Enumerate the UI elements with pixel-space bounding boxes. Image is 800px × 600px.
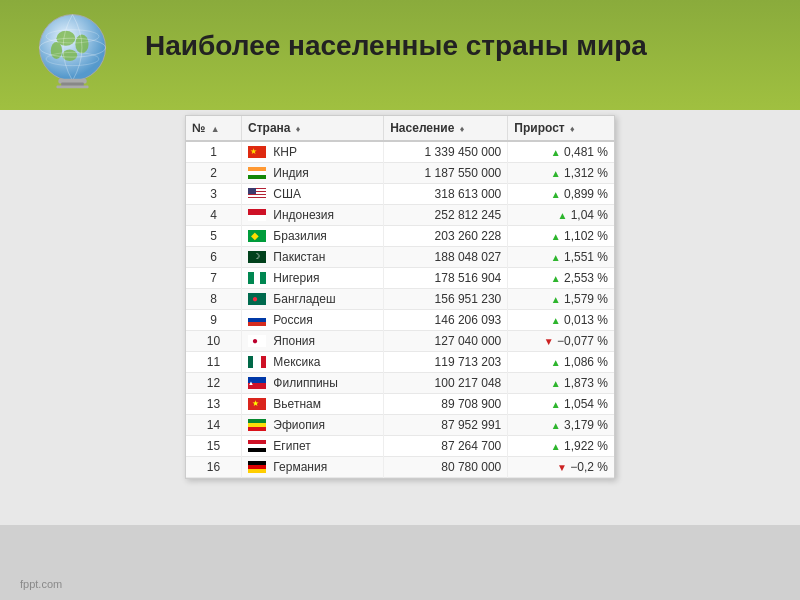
country-flag [248, 230, 266, 242]
country-name: Филиппины [273, 376, 337, 390]
table-row: 12 Филиппины 100 217 048 ▲ 1,873 % [186, 373, 614, 394]
row-population: 127 040 000 [384, 331, 508, 352]
country-flag [248, 272, 266, 284]
country-flag [248, 209, 266, 221]
page-title: Наиболее населенные страны мира [145, 30, 647, 62]
row-num: 8 [186, 289, 242, 310]
table-header-row: № ▲ Страна ♦ Население ♦ Прирост ♦ [186, 116, 614, 141]
row-country: Индонезия [242, 205, 384, 226]
table-row: 4 Индонезия 252 812 245 ▲ 1,04 % [186, 205, 614, 226]
row-num: 6 [186, 247, 242, 268]
country-name: Эфиопия [273, 418, 325, 432]
country-name: Бангладеш [273, 292, 335, 306]
row-num: 11 [186, 352, 242, 373]
row-num: 9 [186, 310, 242, 331]
row-growth: ▲ 0,013 % [508, 310, 614, 331]
country-flag [248, 293, 266, 305]
up-arrow-icon: ▲ [551, 294, 561, 305]
up-arrow-icon: ▲ [551, 252, 561, 263]
up-arrow-icon: ▲ [551, 420, 561, 431]
row-population: 146 206 093 [384, 310, 508, 331]
row-growth: ▲ 1,551 % [508, 247, 614, 268]
col-population: Население ♦ [384, 116, 508, 141]
table-row: 14 Эфиопия 87 952 991 ▲ 3,179 % [186, 415, 614, 436]
country-flag [248, 461, 266, 473]
row-country: Египет [242, 436, 384, 457]
row-country: Филиппины [242, 373, 384, 394]
row-country: Вьетнам [242, 394, 384, 415]
country-name: Мексика [273, 355, 320, 369]
row-growth: ▲ 2,553 % [508, 268, 614, 289]
row-num: 15 [186, 436, 242, 457]
row-population: 1 187 550 000 [384, 163, 508, 184]
table-row: 16 Германия 80 780 000 ▼ −0,2 % [186, 457, 614, 478]
row-population: 87 952 991 [384, 415, 508, 436]
country-name: Пакистан [273, 250, 325, 264]
up-arrow-icon: ▲ [551, 168, 561, 179]
svg-rect-10 [56, 85, 88, 88]
row-population: 252 812 245 [384, 205, 508, 226]
watermark: fppt.com [20, 578, 62, 590]
table-row: 5 Бразилия 203 260 228 ▲ 1,102 % [186, 226, 614, 247]
table-row: 2 Индия 1 187 550 000 ▲ 1,312 % [186, 163, 614, 184]
row-growth: ▲ 1,312 % [508, 163, 614, 184]
row-growth: ▲ 1,086 % [508, 352, 614, 373]
row-country: КНР [242, 141, 384, 163]
svg-point-0 [39, 15, 105, 81]
country-flag [248, 398, 266, 410]
row-num: 3 [186, 184, 242, 205]
table-container: № ▲ Страна ♦ Население ♦ Прирост ♦ 1 [185, 115, 615, 479]
row-growth: ▲ 1,054 % [508, 394, 614, 415]
up-arrow-icon: ▲ [551, 315, 561, 326]
row-population: 318 613 000 [384, 184, 508, 205]
up-arrow-icon: ▲ [551, 273, 561, 284]
row-growth: ▲ 0,899 % [508, 184, 614, 205]
country-flag [248, 440, 266, 452]
row-num: 16 [186, 457, 242, 478]
row-growth: ▲ 0,481 % [508, 141, 614, 163]
country-name: Египет [273, 439, 310, 453]
row-growth: ▲ 1,922 % [508, 436, 614, 457]
up-arrow-icon: ▲ [551, 378, 561, 389]
up-arrow-icon: ▲ [551, 399, 561, 410]
country-flag [248, 335, 266, 347]
row-growth: ▲ 1,102 % [508, 226, 614, 247]
country-name: Вьетнам [273, 397, 321, 411]
row-population: 119 713 203 [384, 352, 508, 373]
row-population: 156 951 230 [384, 289, 508, 310]
row-num: 12 [186, 373, 242, 394]
table-row: 1 КНР 1 339 450 000 ▲ 0,481 % [186, 141, 614, 163]
row-num: 13 [186, 394, 242, 415]
country-name: Россия [273, 313, 312, 327]
table-row: 6 Пакистан 188 048 027 ▲ 1,551 % [186, 247, 614, 268]
country-flag [248, 167, 266, 179]
row-growth: ▼ −0,2 % [508, 457, 614, 478]
row-growth: ▲ 3,179 % [508, 415, 614, 436]
row-country: Германия [242, 457, 384, 478]
country-name: США [273, 187, 301, 201]
population-table: № ▲ Страна ♦ Население ♦ Прирост ♦ 1 [186, 116, 614, 478]
country-flag [248, 419, 266, 431]
table-row: 15 Египет 87 264 700 ▲ 1,922 % [186, 436, 614, 457]
row-country: Эфиопия [242, 415, 384, 436]
col-num: № ▲ [186, 116, 242, 141]
row-growth: ▲ 1,579 % [508, 289, 614, 310]
table-row: 8 Бангладеш 156 951 230 ▲ 1,579 % [186, 289, 614, 310]
col-growth: Прирост ♦ [508, 116, 614, 141]
down-arrow-icon: ▼ [557, 462, 567, 473]
row-country: Нигерия [242, 268, 384, 289]
row-num: 14 [186, 415, 242, 436]
bottom-band [0, 525, 800, 600]
up-arrow-icon: ▲ [557, 210, 567, 221]
row-num: 2 [186, 163, 242, 184]
table-row: 3 США 318 613 000 ▲ 0,899 % [186, 184, 614, 205]
country-flag [248, 188, 266, 200]
up-arrow-icon: ▲ [551, 147, 561, 158]
country-flag [248, 356, 266, 368]
country-name: Индонезия [273, 208, 334, 222]
table-row: 13 Вьетнам 89 708 900 ▲ 1,054 % [186, 394, 614, 415]
row-growth: ▼ −0,077 % [508, 331, 614, 352]
row-country: Индия [242, 163, 384, 184]
country-name: КНР [273, 145, 297, 159]
country-name: Япония [273, 334, 315, 348]
